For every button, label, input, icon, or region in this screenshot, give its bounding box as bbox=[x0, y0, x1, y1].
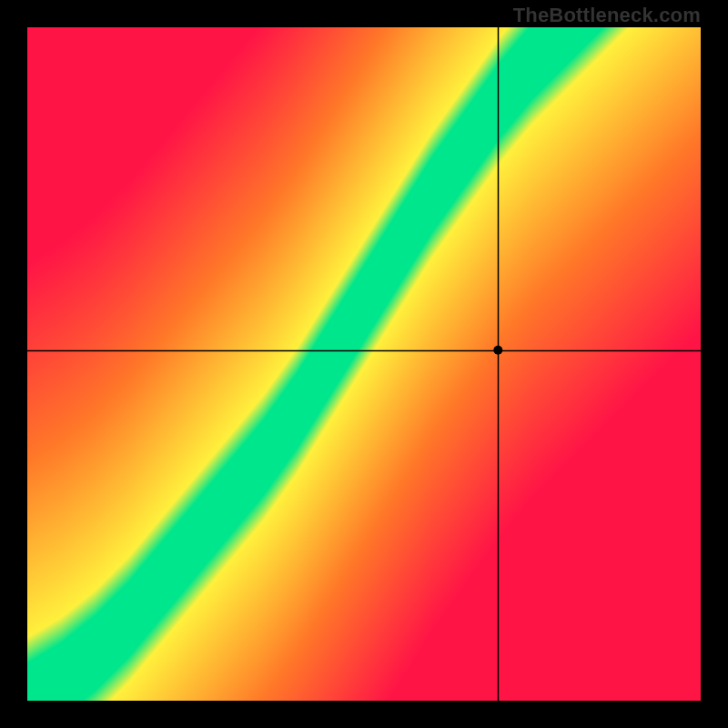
heatmap-canvas bbox=[27, 27, 701, 701]
chart-frame: TheBottleneck.com bbox=[0, 0, 728, 728]
watermark-text: TheBottleneck.com bbox=[513, 4, 701, 27]
